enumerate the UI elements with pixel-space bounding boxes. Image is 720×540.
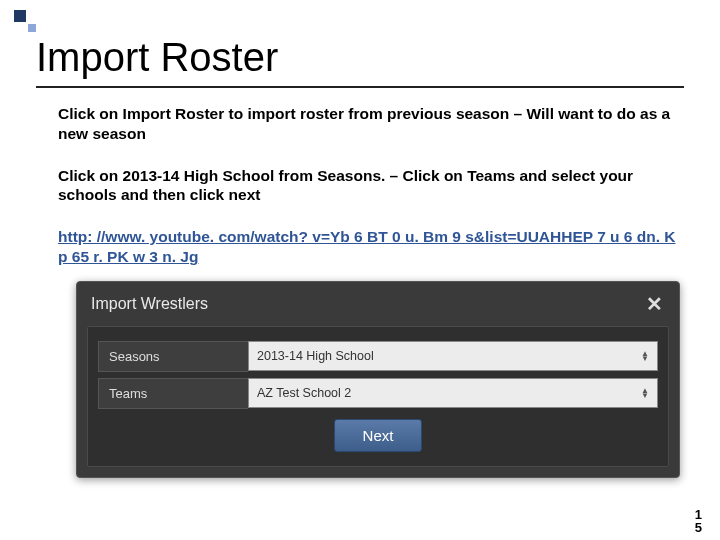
paragraph-2: Click on 2013-14 High School from Season… <box>58 166 676 206</box>
seasons-value: 2013-14 High School <box>257 349 374 363</box>
youtube-link[interactable]: http: //www. youtube. com/watch? v=Yb 6 … <box>58 227 676 267</box>
next-button[interactable]: Next <box>334 419 423 452</box>
teams-select[interactable]: AZ Test School 2 ▲▼ <box>248 378 658 408</box>
seasons-select[interactable]: 2013-14 High School ▲▼ <box>248 341 658 371</box>
seasons-label: Seasons <box>98 341 248 372</box>
page-number: 1 5 <box>695 508 702 534</box>
close-icon[interactable]: ✕ <box>642 292 667 316</box>
select-arrows-icon: ▲▼ <box>641 351 649 361</box>
teams-label: Teams <box>98 378 248 409</box>
select-arrows-icon: ▲▼ <box>641 388 649 398</box>
page-title: Import Roster <box>0 0 720 80</box>
teams-value: AZ Test School 2 <box>257 386 351 400</box>
seasons-row: Seasons 2013-14 High School ▲▼ <box>98 341 658 372</box>
dialog-title: Import Wrestlers <box>91 295 208 313</box>
page-number-bottom: 5 <box>695 521 702 534</box>
paragraph-1: Click on Import Roster to import roster … <box>58 104 676 144</box>
teams-row: Teams AZ Test School 2 ▲▼ <box>98 378 658 409</box>
import-wrestlers-dialog: Import Wrestlers ✕ Seasons 2013-14 High … <box>76 281 680 478</box>
